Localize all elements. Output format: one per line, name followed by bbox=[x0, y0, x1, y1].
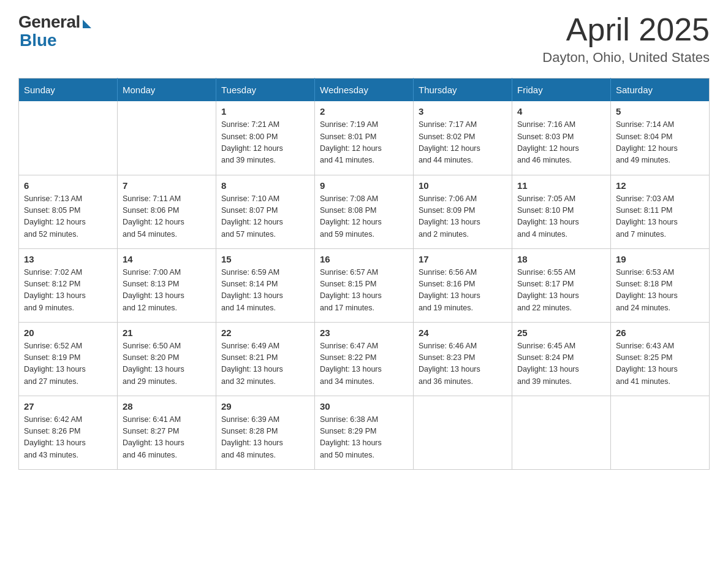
day-info: Sunrise: 6:38 AM Sunset: 8:29 PM Dayligh… bbox=[320, 414, 408, 462]
logo: General Blue bbox=[18, 12, 91, 50]
calendar-header-friday: Friday bbox=[512, 79, 611, 102]
calendar-cell: 2Sunrise: 7:19 AM Sunset: 8:01 PM Daylig… bbox=[315, 101, 414, 175]
day-info: Sunrise: 7:17 AM Sunset: 8:02 PM Dayligh… bbox=[419, 119, 507, 167]
day-info: Sunrise: 6:42 AM Sunset: 8:26 PM Dayligh… bbox=[24, 414, 112, 462]
day-number: 1 bbox=[221, 106, 309, 117]
day-info: Sunrise: 7:08 AM Sunset: 8:08 PM Dayligh… bbox=[320, 193, 408, 241]
day-info: Sunrise: 6:52 AM Sunset: 8:19 PM Dayligh… bbox=[24, 340, 112, 388]
day-info: Sunrise: 6:57 AM Sunset: 8:15 PM Dayligh… bbox=[320, 267, 408, 315]
calendar-cell: 6Sunrise: 7:13 AM Sunset: 8:05 PM Daylig… bbox=[19, 175, 118, 248]
day-number: 25 bbox=[517, 327, 605, 338]
day-number: 22 bbox=[221, 327, 309, 338]
day-number: 11 bbox=[517, 180, 605, 191]
day-info: Sunrise: 6:47 AM Sunset: 8:22 PM Dayligh… bbox=[320, 340, 408, 388]
day-info: Sunrise: 6:45 AM Sunset: 8:24 PM Dayligh… bbox=[517, 340, 605, 388]
calendar-cell: 15Sunrise: 6:59 AM Sunset: 8:14 PM Dayli… bbox=[216, 248, 315, 322]
day-info: Sunrise: 7:13 AM Sunset: 8:05 PM Dayligh… bbox=[24, 193, 112, 241]
calendar-cell bbox=[512, 396, 611, 469]
day-number: 10 bbox=[419, 180, 507, 191]
calendar-cell bbox=[611, 396, 710, 469]
calendar-cell: 8Sunrise: 7:10 AM Sunset: 8:07 PM Daylig… bbox=[216, 175, 315, 248]
calendar-cell: 14Sunrise: 7:00 AM Sunset: 8:13 PM Dayli… bbox=[118, 248, 216, 322]
calendar-cell: 20Sunrise: 6:52 AM Sunset: 8:19 PM Dayli… bbox=[19, 322, 118, 396]
day-number: 9 bbox=[320, 180, 408, 191]
calendar-header-thursday: Thursday bbox=[414, 79, 512, 102]
day-info: Sunrise: 7:02 AM Sunset: 8:12 PM Dayligh… bbox=[24, 267, 112, 315]
day-info: Sunrise: 7:00 AM Sunset: 8:13 PM Dayligh… bbox=[123, 267, 211, 315]
month-title: April 2025 bbox=[542, 12, 710, 47]
calendar-cell: 23Sunrise: 6:47 AM Sunset: 8:22 PM Dayli… bbox=[315, 322, 414, 396]
calendar-cell: 4Sunrise: 7:16 AM Sunset: 8:03 PM Daylig… bbox=[512, 101, 611, 175]
day-number: 20 bbox=[24, 327, 112, 338]
calendar-cell: 21Sunrise: 6:50 AM Sunset: 8:20 PM Dayli… bbox=[118, 322, 216, 396]
calendar-cell: 24Sunrise: 6:46 AM Sunset: 8:23 PM Dayli… bbox=[414, 322, 512, 396]
day-info: Sunrise: 6:39 AM Sunset: 8:28 PM Dayligh… bbox=[221, 414, 309, 462]
day-number: 2 bbox=[320, 106, 408, 117]
day-info: Sunrise: 7:21 AM Sunset: 8:00 PM Dayligh… bbox=[221, 119, 309, 167]
calendar-cell: 13Sunrise: 7:02 AM Sunset: 8:12 PM Dayli… bbox=[19, 248, 118, 322]
calendar-cell: 16Sunrise: 6:57 AM Sunset: 8:15 PM Dayli… bbox=[315, 248, 414, 322]
calendar-header-wednesday: Wednesday bbox=[315, 79, 414, 102]
calendar-cell: 9Sunrise: 7:08 AM Sunset: 8:08 PM Daylig… bbox=[315, 175, 414, 248]
calendar-header-saturday: Saturday bbox=[611, 79, 710, 102]
day-info: Sunrise: 6:53 AM Sunset: 8:18 PM Dayligh… bbox=[616, 267, 704, 315]
day-number: 16 bbox=[320, 254, 408, 264]
day-number: 17 bbox=[419, 254, 507, 264]
calendar-cell: 3Sunrise: 7:17 AM Sunset: 8:02 PM Daylig… bbox=[414, 101, 512, 175]
day-info: Sunrise: 7:19 AM Sunset: 8:01 PM Dayligh… bbox=[320, 119, 408, 167]
calendar-cell bbox=[118, 101, 216, 175]
location-title: Dayton, Ohio, United States bbox=[542, 50, 710, 66]
day-number: 8 bbox=[221, 180, 309, 191]
day-number: 21 bbox=[123, 327, 211, 338]
day-number: 13 bbox=[24, 254, 112, 264]
calendar-cell: 18Sunrise: 6:55 AM Sunset: 8:17 PM Dayli… bbox=[512, 248, 611, 322]
day-number: 6 bbox=[24, 180, 112, 191]
calendar-week-row-2: 13Sunrise: 7:02 AM Sunset: 8:12 PM Dayli… bbox=[19, 248, 710, 322]
calendar-cell: 17Sunrise: 6:56 AM Sunset: 8:16 PM Dayli… bbox=[414, 248, 512, 322]
day-number: 23 bbox=[320, 327, 408, 338]
calendar-cell: 5Sunrise: 7:14 AM Sunset: 8:04 PM Daylig… bbox=[611, 101, 710, 175]
calendar-cell bbox=[414, 396, 512, 469]
logo-general-text: General bbox=[18, 12, 80, 32]
calendar-header-row: SundayMondayTuesdayWednesdayThursdayFrid… bbox=[19, 79, 710, 102]
day-info: Sunrise: 7:10 AM Sunset: 8:07 PM Dayligh… bbox=[221, 193, 309, 241]
day-info: Sunrise: 7:05 AM Sunset: 8:10 PM Dayligh… bbox=[517, 193, 605, 241]
day-number: 5 bbox=[616, 106, 704, 117]
logo-blue-text: Blue bbox=[18, 31, 57, 50]
calendar-header-sunday: Sunday bbox=[19, 79, 118, 102]
calendar-cell: 25Sunrise: 6:45 AM Sunset: 8:24 PM Dayli… bbox=[512, 322, 611, 396]
calendar-cell: 19Sunrise: 6:53 AM Sunset: 8:18 PM Dayli… bbox=[611, 248, 710, 322]
calendar-cell: 30Sunrise: 6:38 AM Sunset: 8:29 PM Dayli… bbox=[315, 396, 414, 469]
calendar-cell: 26Sunrise: 6:43 AM Sunset: 8:25 PM Dayli… bbox=[611, 322, 710, 396]
day-info: Sunrise: 6:46 AM Sunset: 8:23 PM Dayligh… bbox=[419, 340, 507, 388]
calendar-cell bbox=[19, 101, 118, 175]
calendar-cell: 1Sunrise: 7:21 AM Sunset: 8:00 PM Daylig… bbox=[216, 101, 315, 175]
page-header: General Blue April 2025 Dayton, Ohio, Un… bbox=[18, 12, 710, 66]
calendar-table: SundayMondayTuesdayWednesdayThursdayFrid… bbox=[18, 78, 710, 470]
day-info: Sunrise: 6:59 AM Sunset: 8:14 PM Dayligh… bbox=[221, 267, 309, 315]
calendar-cell: 28Sunrise: 6:41 AM Sunset: 8:27 PM Dayli… bbox=[118, 396, 216, 469]
day-info: Sunrise: 6:56 AM Sunset: 8:16 PM Dayligh… bbox=[419, 267, 507, 315]
day-number: 28 bbox=[123, 401, 211, 412]
day-number: 12 bbox=[616, 180, 704, 191]
day-number: 4 bbox=[517, 106, 605, 117]
calendar-cell: 12Sunrise: 7:03 AM Sunset: 8:11 PM Dayli… bbox=[611, 175, 710, 248]
calendar-cell: 11Sunrise: 7:05 AM Sunset: 8:10 PM Dayli… bbox=[512, 175, 611, 248]
calendar-cell: 10Sunrise: 7:06 AM Sunset: 8:09 PM Dayli… bbox=[414, 175, 512, 248]
day-info: Sunrise: 7:14 AM Sunset: 8:04 PM Dayligh… bbox=[616, 119, 704, 167]
calendar-cell: 22Sunrise: 6:49 AM Sunset: 8:21 PM Dayli… bbox=[216, 322, 315, 396]
calendar-cell: 27Sunrise: 6:42 AM Sunset: 8:26 PM Dayli… bbox=[19, 396, 118, 469]
day-number: 14 bbox=[123, 254, 211, 264]
day-info: Sunrise: 6:50 AM Sunset: 8:20 PM Dayligh… bbox=[123, 340, 211, 388]
day-number: 29 bbox=[221, 401, 309, 412]
calendar-week-row-1: 6Sunrise: 7:13 AM Sunset: 8:05 PM Daylig… bbox=[19, 175, 710, 248]
day-number: 15 bbox=[221, 254, 309, 264]
calendar-week-row-4: 27Sunrise: 6:42 AM Sunset: 8:26 PM Dayli… bbox=[19, 396, 710, 469]
day-number: 27 bbox=[24, 401, 112, 412]
day-number: 26 bbox=[616, 327, 704, 338]
day-number: 19 bbox=[616, 254, 704, 264]
day-info: Sunrise: 6:55 AM Sunset: 8:17 PM Dayligh… bbox=[517, 267, 605, 315]
day-info: Sunrise: 7:11 AM Sunset: 8:06 PM Dayligh… bbox=[123, 193, 211, 241]
day-info: Sunrise: 7:16 AM Sunset: 8:03 PM Dayligh… bbox=[517, 119, 605, 167]
day-number: 7 bbox=[123, 180, 211, 191]
